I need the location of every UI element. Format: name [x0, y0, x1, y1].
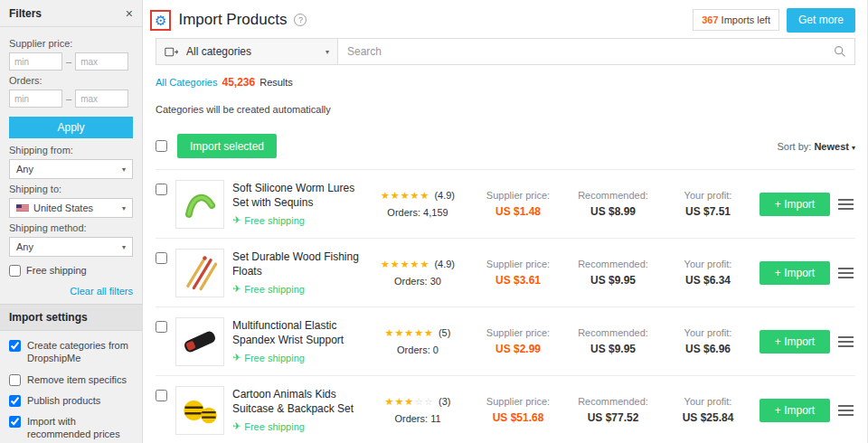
import-setting-option[interactable]: Publish products — [9, 394, 133, 407]
star-rating: ★★★★★ (4.9) — [369, 259, 467, 270]
category-dropdown[interactable]: All categories ▾ — [156, 38, 338, 65]
close-icon[interactable]: × — [126, 9, 133, 18]
supplier-price-value: US $2.99 — [475, 343, 561, 355]
product-list: Soft Silicone Worm Lures Set with Sequin… — [156, 170, 855, 443]
import-setting-option[interactable]: Create categories from DropshipMe — [9, 339, 133, 365]
import-settings-list: Create categories from DropshipMe Remove… — [0, 331, 142, 441]
free-shipping-badge: ✈ Free shipping — [232, 214, 361, 226]
free-shipping-text: Free shipping — [244, 284, 305, 295]
auto-categories-note: Categories will be created automatically — [156, 104, 855, 115]
orders-count: Orders: 4,159 — [369, 207, 467, 218]
import-setting-label: Publish products — [27, 394, 100, 407]
imports-left-text: Imports left — [722, 14, 770, 25]
chevron-down-icon: ▾ — [852, 144, 855, 152]
info-icon[interactable]: ? — [294, 14, 307, 26]
free-shipping-filter-label: Free shipping — [26, 265, 87, 276]
import-button[interactable]: + Import — [760, 261, 830, 285]
settings-gear-icon[interactable]: ⚙ — [150, 10, 171, 31]
green-worm-lure-image[interactable] — [175, 180, 224, 229]
row-menu-icon[interactable] — [838, 336, 854, 347]
recommended-label: Recommended: — [570, 259, 656, 269]
orders-filter-label: Orders: — [9, 75, 133, 86]
product-checkbox[interactable] — [156, 252, 167, 264]
filters-header: Filters × — [0, 0, 142, 27]
import-button[interactable]: + Import — [760, 330, 830, 353]
supplier-price-label: Supplier price: — [9, 38, 133, 49]
select-all-checkbox[interactable] — [156, 140, 167, 152]
import-selected-button[interactable]: Import selected — [177, 134, 277, 158]
product-title[interactable]: Cartoon Animals Kids Suitcase & Backpack… — [232, 388, 361, 416]
rating-value: (5) — [439, 327, 450, 338]
imports-left-count: 367 — [702, 14, 718, 25]
clear-all-filters-link[interactable]: Clear all filters — [9, 286, 133, 297]
orders-max-input[interactable] — [75, 90, 128, 108]
shipping-to-label: Shipping to: — [9, 184, 133, 194]
product-row: Cartoon Animals Kids Suitcase & Backpack… — [156, 376, 855, 443]
star-rating: ★★★☆☆ (3) — [369, 396, 467, 408]
page-header: ⚙ Import Products ? 367 Imports left Get… — [156, 0, 855, 36]
import-setting-checkbox[interactable] — [9, 416, 21, 428]
product-checkbox[interactable] — [156, 184, 167, 195]
category-dropdown-value: All categories — [186, 45, 251, 58]
sort-by-dropdown[interactable]: Sort by: Newest ▾ — [777, 141, 855, 152]
import-setting-checkbox[interactable] — [9, 395, 21, 407]
search-input[interactable] — [338, 45, 834, 58]
shipping-from-label: Shipping from: — [9, 145, 133, 156]
row-menu-icon[interactable] — [838, 268, 854, 278]
kids-suitcase-image[interactable] — [175, 386, 224, 435]
product-title[interactable]: Set Durable Wood Fishing Floats — [232, 250, 361, 278]
orders-count: Orders: 0 — [369, 344, 467, 355]
supplier-price-max-input[interactable] — [75, 52, 128, 71]
product-row: Set Durable Wood Fishing Floats ✈ Free s… — [156, 239, 855, 307]
recommended-value: US $8.99 — [570, 205, 656, 218]
profit-value: US $7.51 — [665, 205, 751, 218]
filters-title: Filters — [9, 7, 42, 20]
free-shipping-checkbox[interactable] — [9, 265, 21, 277]
product-title[interactable]: Soft Silicone Worm Lures Set with Sequin… — [232, 182, 361, 210]
chevron-down-icon: ▾ — [122, 165, 126, 174]
filled-stars-icon: ★★★★★ — [385, 327, 434, 338]
free-shipping-filter[interactable]: Free shipping — [9, 265, 133, 277]
filled-stars-icon: ★★★ — [385, 396, 415, 407]
plane-icon: ✈ — [232, 352, 241, 363]
rating-value: (4.9) — [434, 190, 455, 201]
shipping-to-select[interactable]: United States ▾ — [9, 198, 133, 218]
results-row: All Categories 45,236 Results — [156, 76, 855, 89]
all-categories-link[interactable]: All Categories — [156, 77, 217, 88]
recommended-label: Recommended: — [570, 327, 656, 338]
product-title[interactable]: Multifunctional Elastic Spandex Wrist Su… — [232, 319, 361, 347]
shipping-method-select[interactable]: Any ▾ — [9, 237, 133, 257]
free-shipping-text: Free shipping — [244, 353, 305, 363]
import-setting-label: Create categories from DropshipMe — [27, 339, 133, 365]
import-setting-option[interactable]: Import with recommended prices — [9, 415, 133, 441]
product-checkbox[interactable] — [156, 321, 167, 333]
plane-icon: ✈ — [232, 283, 241, 295]
free-shipping-badge: ✈ Free shipping — [232, 420, 361, 432]
import-setting-checkbox[interactable] — [9, 340, 21, 352]
import-setting-label: Remove item specifics — [27, 373, 127, 386]
profit-label: Your profit: — [665, 396, 751, 407]
filters-sidebar: Filters × Supplier price: – Orders: – Ap… — [0, 0, 143, 443]
recommended-label: Recommended: — [570, 396, 656, 407]
row-menu-icon[interactable] — [838, 199, 854, 210]
row-menu-icon[interactable] — [838, 405, 854, 416]
wrist-support-image[interactable] — [175, 317, 224, 366]
search-box — [338, 38, 855, 65]
supplier-price-min-input[interactable] — [9, 52, 62, 71]
import-setting-option[interactable]: Remove item specifics — [9, 373, 133, 386]
wood-fishing-floats-image[interactable] — [175, 249, 224, 297]
shipping-from-select[interactable]: Any ▾ — [9, 159, 133, 179]
search-icon[interactable] — [834, 45, 846, 58]
free-shipping-badge: ✈ Free shipping — [232, 283, 361, 295]
import-setting-checkbox[interactable] — [9, 374, 21, 386]
product-checkbox[interactable] — [156, 390, 167, 401]
results-count: 45,236 — [222, 76, 255, 89]
get-more-button[interactable]: Get more — [787, 8, 855, 33]
apply-button[interactable]: Apply — [9, 117, 133, 138]
orders-count: Orders: 11 — [369, 413, 467, 424]
orders-min-input[interactable] — [9, 90, 62, 108]
free-shipping-text: Free shipping — [244, 421, 305, 432]
import-button[interactable]: + Import — [760, 399, 830, 422]
plane-icon: ✈ — [232, 214, 241, 226]
import-button[interactable]: + Import — [760, 193, 830, 216]
